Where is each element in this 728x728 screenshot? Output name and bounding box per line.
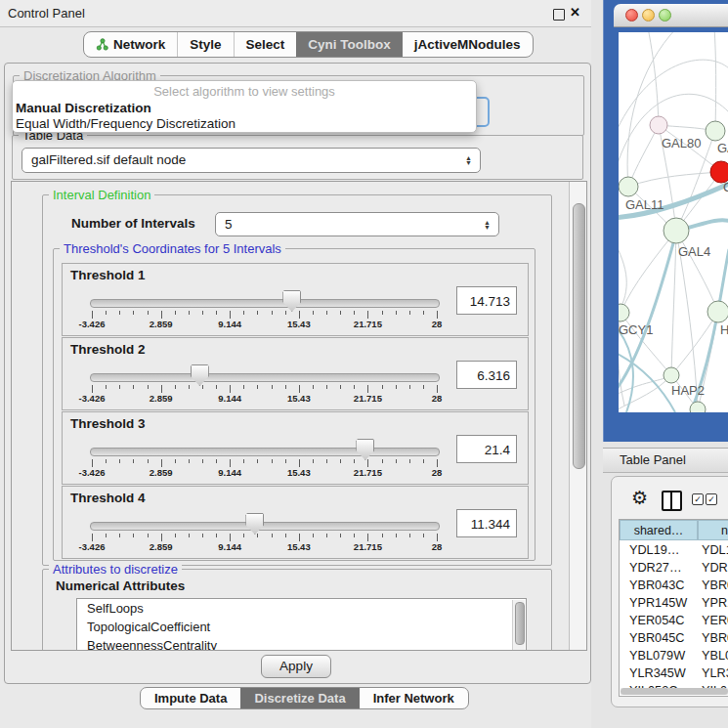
cell-shared-name: YPR145W <box>629 594 687 612</box>
tick-label: 21.715 <box>343 541 392 552</box>
close-icon[interactable]: ✕ <box>570 5 580 20</box>
algorithm-hint-item[interactable]: Select algorithm to view settings <box>13 84 476 99</box>
column-header-name[interactable]: na <box>698 520 728 540</box>
tab-style[interactable]: Style <box>178 32 234 57</box>
tick-label: 21.715 <box>343 467 392 478</box>
tab-cyni-toolbox[interactable]: Cyni Toolbox <box>296 32 403 57</box>
num-intervals-label: Number of Intervals <box>71 216 195 231</box>
num-intervals-combobox[interactable]: 5 ▲▼ <box>215 212 499 236</box>
cell-name: YBR0 <box>702 629 728 647</box>
cell-shared-name: YLR345W <box>629 664 686 682</box>
thresholds-group: Threshold's Coordinates for 5 Intervals … <box>53 248 535 561</box>
column-header-shared-name[interactable]: shared… <box>620 520 698 540</box>
threshold-value-field[interactable]: 21.4 <box>456 435 517 463</box>
table-row[interactable]: YBL079WYBL0 <box>620 647 728 664</box>
attributes-group: Attributes to discretize Numerical Attri… <box>42 569 552 651</box>
tick-label: 2.859 <box>137 319 186 329</box>
threshold-slider-thumb[interactable] <box>356 439 374 460</box>
scrollbar-thumb[interactable] <box>621 688 728 695</box>
cell-name: YDR2 <box>702 559 728 577</box>
attribute-item[interactable]: TopologicalCoefficient <box>77 618 526 636</box>
threshold-slider-track[interactable] <box>90 448 440 456</box>
table-row[interactable]: YDR27…YDR2 <box>620 559 728 577</box>
threshold-slider-track[interactable] <box>90 522 440 531</box>
table-row[interactable]: YBR043CYBR0 <box>620 577 728 594</box>
tick-label: 15.43 <box>275 541 323 552</box>
network-node[interactable] <box>706 121 725 141</box>
network-node[interactable] <box>664 367 679 383</box>
tick-label: 2.859 <box>137 393 186 404</box>
tick-label: 9.144 <box>205 541 254 552</box>
network-node[interactable] <box>619 177 638 196</box>
network-canvas[interactable]: GAL80GACGAL11GAL4GCY1HHAP2 <box>619 32 728 412</box>
table-row[interactable]: YER054CYER0 <box>620 612 728 629</box>
mac-minimize-icon[interactable] <box>642 9 655 21</box>
float-window-icon[interactable] <box>553 9 565 21</box>
table-data-combobox[interactable]: galFiltered.sif default node ▲▼ <box>21 148 481 173</box>
threshold-value-field[interactable]: 6.316 <box>456 361 517 389</box>
network-tab-icon <box>96 38 108 51</box>
tab-select[interactable]: Select <box>235 32 297 57</box>
interval-definition-label: Interval Definition <box>49 188 154 202</box>
node-label-h: H <box>720 322 728 337</box>
algorithm-option-equal-width[interactable]: Equal Width/Frequency Discretization <box>16 116 236 131</box>
tab-infer-network[interactable]: Infer Network <box>360 688 468 708</box>
cell-name: YBL0 <box>702 647 728 664</box>
tick-label: -3.426 <box>67 541 116 552</box>
tab-discretize-data[interactable]: Discretize Data <box>240 688 359 708</box>
tick-label: 9.144 <box>205 467 254 478</box>
threshold-3-box: Threshold 3-3.4262.8599.14415.4321.71528… <box>62 411 529 485</box>
threshold-slider-track[interactable] <box>90 299 440 308</box>
table-row[interactable]: YDL19…YDL1 <box>620 541 728 559</box>
settings-scrollbar[interactable] <box>569 182 587 650</box>
table-data-value: galFiltered.sif default node <box>31 152 186 167</box>
chevron-updown-icon: ▲▼ <box>484 213 491 236</box>
numerical-attributes-label: Numerical Attributes <box>56 578 185 593</box>
tab-network[interactable]: Network <box>84 32 178 57</box>
network-edge <box>714 32 716 131</box>
mac-zoom-icon[interactable] <box>659 9 671 21</box>
gear-icon[interactable]: ⚙ <box>631 487 648 509</box>
scrollbar-thumb[interactable] <box>573 203 585 469</box>
mac-close-icon[interactable] <box>625 9 638 21</box>
checkbox-icon[interactable]: ✓ <box>706 493 717 505</box>
table-row[interactable]: YPR145WYPR1 <box>620 594 728 612</box>
cell-name: YDL1 <box>702 541 728 559</box>
node-label-gcy1: GCY1 <box>619 322 653 337</box>
tick-label: 9.144 <box>205 319 254 329</box>
threshold-slider-thumb[interactable] <box>191 364 209 386</box>
table-row[interactable]: YBR045CYBR0 <box>620 629 728 647</box>
node-label-c: C <box>723 180 728 194</box>
attribute-item[interactable]: BetweennessCentrality <box>77 636 526 651</box>
scrollbar-thumb[interactable] <box>515 602 525 645</box>
threshold-label: Threshold 4 <box>70 491 146 505</box>
network-node[interactable] <box>650 116 667 134</box>
attribute-item[interactable]: SelfLoops <box>77 599 526 618</box>
tab-impute-data[interactable]: Impute Data <box>141 688 240 708</box>
apply-button[interactable]: Apply <box>261 655 331 678</box>
threshold-slider-track[interactable] <box>90 373 440 382</box>
tab-jactivemnodules[interactable]: jActiveMNodules <box>403 32 533 57</box>
threshold-slider-thumb[interactable] <box>282 290 301 312</box>
node-label-gal80: GAL80 <box>662 136 701 150</box>
network-node[interactable] <box>707 301 728 322</box>
attributes-scrollbar[interactable] <box>512 600 525 651</box>
attributes-group-label: Attributes to discretize <box>49 562 182 577</box>
checkbox-icon[interactable]: ✓ <box>692 493 704 505</box>
network-node[interactable] <box>619 304 629 321</box>
table-row[interactable]: YLR345WYLR3 <box>620 664 728 682</box>
threshold-slider-thumb[interactable] <box>245 513 264 535</box>
tick-label: 21.715 <box>343 393 392 404</box>
numerical-attributes-list[interactable]: SelfLoopsTopologicalCoefficientBetweenne… <box>76 598 527 651</box>
interval-definition-group: Interval Definition Number of Intervals … <box>42 194 552 566</box>
columns-icon[interactable] <box>662 491 682 511</box>
threshold-value-field[interactable]: 14.713 <box>456 286 517 315</box>
settings-scroll-viewport: Interval Definition Number of Intervals … <box>11 181 587 651</box>
table-hscrollbar[interactable] <box>621 688 728 695</box>
threshold-value-field[interactable]: 11.344 <box>456 509 517 537</box>
algorithm-option-manual[interactable]: Manual Discretization <box>16 101 151 115</box>
num-intervals-value: 5 <box>225 217 233 232</box>
tick-label: 28 <box>412 541 461 552</box>
network-node[interactable] <box>690 402 706 412</box>
network-node[interactable] <box>664 218 689 243</box>
